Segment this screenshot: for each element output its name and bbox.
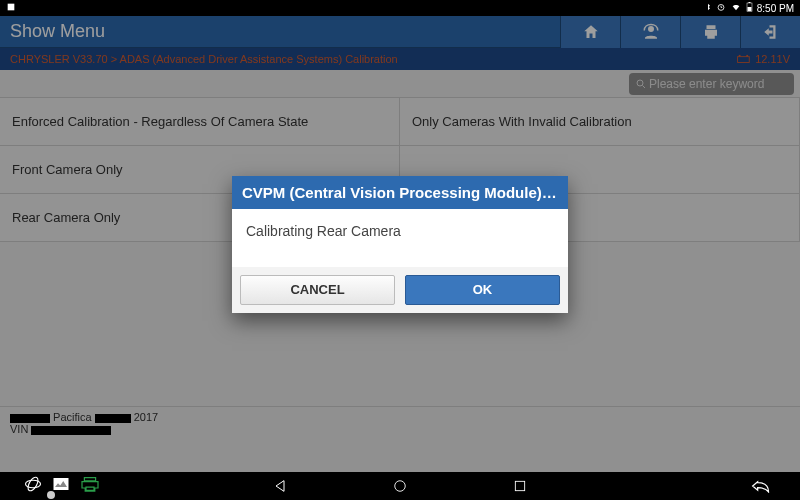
notification-icon	[6, 2, 16, 14]
android-status-bar: 8:50 PM	[0, 0, 800, 16]
dialog-actions: CANCEL OK	[232, 267, 568, 313]
gallery-dock-icon[interactable]	[52, 476, 70, 496]
bluetooth-icon	[704, 2, 712, 14]
svg-rect-14	[515, 481, 524, 490]
svg-point-11	[26, 476, 40, 493]
dialog-message: Calibrating Rear Camera	[232, 209, 568, 267]
svg-rect-3	[748, 2, 750, 3]
svg-rect-0	[8, 4, 15, 11]
nav-recents-button[interactable]	[505, 472, 535, 500]
svg-rect-4	[747, 7, 751, 11]
printer-dock-icon[interactable]	[80, 476, 100, 496]
modal-overlay: CVPM (Central Vision Processing Module) …	[0, 16, 800, 472]
android-nav-bar	[0, 472, 800, 500]
dialog: CVPM (Central Vision Processing Module) …	[232, 176, 568, 313]
ok-button[interactable]: OK	[405, 275, 560, 305]
battery-icon	[746, 2, 753, 14]
clock-text: 8:50 PM	[757, 3, 794, 14]
nav-back-button[interactable]	[265, 472, 295, 500]
svg-point-13	[395, 481, 406, 492]
nav-home-button[interactable]	[385, 472, 415, 500]
browser-dock-icon[interactable]	[24, 475, 42, 497]
alarm-icon	[716, 2, 726, 14]
cancel-button[interactable]: CANCEL	[240, 275, 395, 305]
dialog-title: CVPM (Central Vision Processing Module) …	[232, 176, 568, 209]
nav-undo-button[interactable]	[746, 472, 776, 500]
wifi-icon	[730, 2, 742, 14]
svg-rect-12	[54, 478, 69, 490]
